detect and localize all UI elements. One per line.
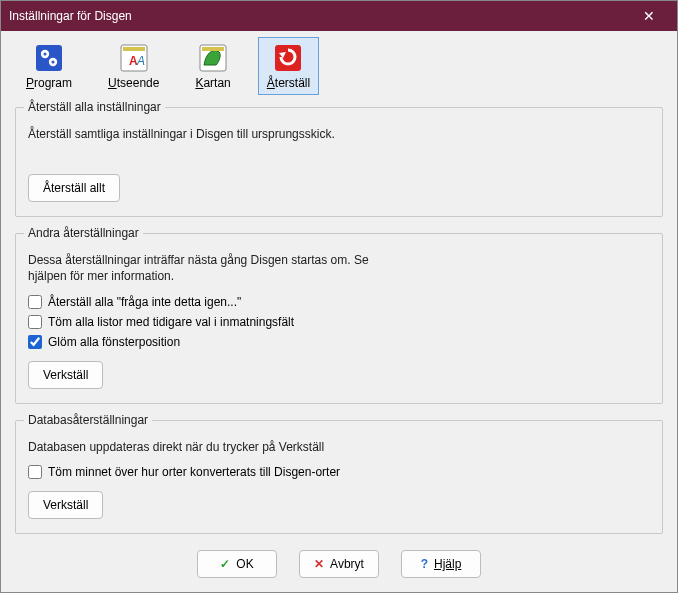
reset-icon	[272, 42, 304, 74]
appearance-icon: AA	[118, 42, 150, 74]
group-other-reset: Andra återställningar Dessa återställnin…	[15, 233, 663, 403]
tab-label: Program	[26, 76, 72, 90]
close-icon[interactable]: ✕	[629, 8, 669, 24]
group-legend: Andra återställningar	[24, 226, 143, 240]
svg-point-4	[52, 61, 55, 64]
group-desc: Databasen uppdateras direkt när du tryck…	[28, 439, 384, 455]
checkbox-label: Glöm alla fönsterposition	[48, 335, 180, 349]
group-legend: Återställ alla inställningar	[24, 100, 165, 114]
ok-button[interactable]: ✓OK	[197, 550, 277, 578]
group-legend: Databasåterställningar	[24, 413, 152, 427]
toolbar: Program AA Utseende Kartan Återställ	[1, 31, 677, 97]
checkbox-clear-lists[interactable]	[28, 315, 42, 329]
checkbox-clear-place-memory[interactable]	[28, 465, 42, 479]
tab-label: Utseende	[108, 76, 159, 90]
checkbox-label: Återställ alla "fråga inte detta igen...…	[48, 295, 241, 309]
cancel-button[interactable]: ✕Avbryt	[299, 550, 379, 578]
apply-db-button[interactable]: Verkställ	[28, 491, 103, 519]
question-icon: ?	[421, 557, 428, 571]
check-icon: ✓	[220, 557, 230, 571]
dialog-footer: ✓OK ✕Avbryt ?Hjälp	[1, 540, 677, 592]
tab-label: Återställ	[267, 76, 310, 90]
tab-program[interactable]: Program	[17, 37, 81, 95]
titlebar: Inställningar för Disgen ✕	[1, 1, 677, 31]
help-button[interactable]: ?Hjälp	[401, 550, 481, 578]
svg-rect-6	[123, 47, 145, 51]
tab-label: Kartan	[195, 76, 230, 90]
tab-utseende[interactable]: AA Utseende	[99, 37, 168, 95]
tab-kartan[interactable]: Kartan	[186, 37, 239, 95]
checkbox-label: Töm minnet över hur orter konverterats t…	[48, 465, 340, 479]
reset-all-button[interactable]: Återställ allt	[28, 174, 120, 202]
window-title: Inställningar för Disgen	[9, 9, 629, 23]
x-icon: ✕	[314, 557, 324, 571]
checkbox-label: Töm alla listor med tidigare val i inmat…	[48, 315, 294, 329]
content-area: Återställ alla inställningar Återställ s…	[1, 97, 677, 540]
checkbox-reset-dont-ask[interactable]	[28, 295, 42, 309]
group-desc: Återställ samtliga inställningar i Disge…	[28, 126, 384, 142]
map-icon	[197, 42, 229, 74]
apply-other-button[interactable]: Verkställ	[28, 361, 103, 389]
svg-rect-0	[36, 45, 62, 71]
group-db-reset: Databasåterställningar Databasen uppdate…	[15, 420, 663, 534]
svg-point-3	[44, 53, 47, 56]
svg-rect-10	[202, 47, 224, 51]
checkbox-forget-positions[interactable]	[28, 335, 42, 349]
group-desc: Dessa återställningar inträffar nästa gå…	[28, 252, 384, 284]
gears-icon	[33, 42, 65, 74]
tab-aterstall[interactable]: Återställ	[258, 37, 319, 95]
group-reset-all: Återställ alla inställningar Återställ s…	[15, 107, 663, 217]
settings-window: Inställningar för Disgen ✕ Program AA Ut…	[0, 0, 678, 593]
svg-text:A: A	[136, 54, 145, 68]
